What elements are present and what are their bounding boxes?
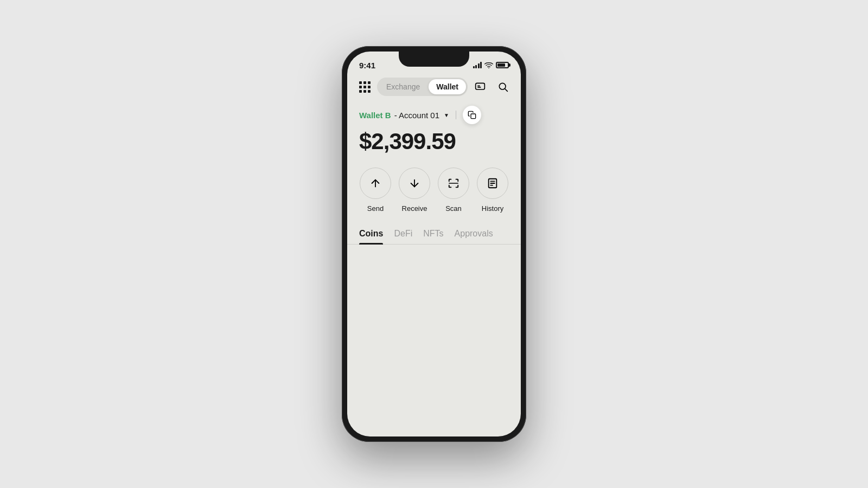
send-label: Send	[367, 204, 384, 213]
account-row: Wallet B - Account 01 ▼	[347, 100, 521, 126]
balance-display: $2,399.59	[347, 126, 521, 163]
history-button[interactable]	[477, 168, 508, 199]
phone-frame: 9:41	[342, 46, 526, 442]
wallet-name: Wallet B	[359, 111, 391, 120]
history-action[interactable]: History	[477, 168, 508, 213]
nav-icons	[471, 78, 512, 96]
phone-notch	[399, 52, 469, 67]
top-nav: Exchange Wallet	[347, 75, 521, 100]
exchange-tab[interactable]: Exchange	[379, 79, 427, 94]
wifi-icon	[484, 62, 493, 68]
scan-label: Scan	[445, 204, 462, 213]
copy-address-button[interactable]	[463, 106, 481, 124]
battery-icon	[496, 62, 509, 68]
status-icons	[473, 62, 509, 68]
status-time: 9:41	[359, 61, 375, 70]
send-action[interactable]: Send	[360, 168, 391, 213]
tab-coins[interactable]: Coins	[359, 223, 383, 244]
separator	[456, 111, 456, 119]
tab-approvals[interactable]: Approvals	[455, 223, 493, 244]
receive-button[interactable]	[399, 168, 430, 199]
scan-button[interactable]	[438, 168, 469, 199]
dropdown-arrow-icon[interactable]: ▼	[444, 112, 449, 118]
receive-label: Receive	[402, 204, 427, 213]
wallet-tab[interactable]: Wallet	[429, 79, 466, 94]
tab-nfts[interactable]: NFTs	[423, 223, 443, 244]
receive-action[interactable]: Receive	[399, 168, 430, 213]
tab-defi[interactable]: DeFi	[394, 223, 412, 244]
actions-row: Send Receive	[347, 163, 521, 223]
scan-action[interactable]: Scan	[438, 168, 469, 213]
send-button[interactable]	[360, 168, 391, 199]
svg-rect-4	[471, 114, 476, 119]
svg-line-3	[505, 89, 508, 92]
account-label: - Account 01	[394, 111, 439, 120]
svg-rect-1	[476, 83, 485, 89]
svg-point-0	[488, 68, 489, 68]
signal-icon	[473, 62, 482, 68]
search-button[interactable]	[494, 78, 512, 96]
tab-switcher: Exchange Wallet	[377, 78, 468, 96]
history-label: History	[482, 204, 503, 213]
phone-screen: 9:41	[347, 52, 521, 436]
messages-button[interactable]	[471, 78, 489, 96]
content-tabs: Coins DeFi NFTs Approvals	[347, 223, 521, 245]
apps-icon[interactable]	[356, 78, 374, 96]
